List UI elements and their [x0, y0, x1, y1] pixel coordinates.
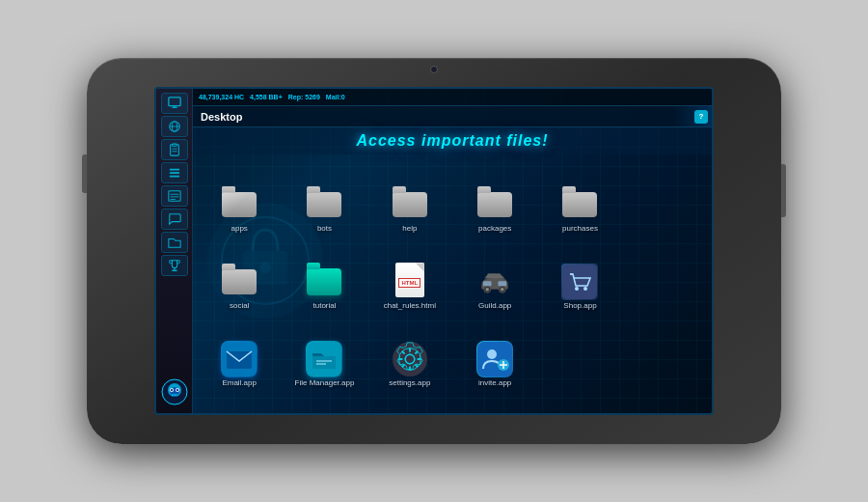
item-guild[interactable]: Guild.app [452, 239, 537, 317]
status-bar: 48,739,324 HC 4,558 BB+ Rep: 5269 Mail:0 [193, 89, 712, 106]
phone-screen: 48,739,324 HC 4,558 BB+ Rep: 5269 Mail:0… [154, 87, 714, 415]
settings-label: settings.app [389, 378, 430, 388]
sidebar [156, 89, 193, 413]
sidebar-item-monitor[interactable] [161, 93, 188, 114]
svg-rect-10 [169, 169, 179, 171]
title-bar: Desktop ? [193, 106, 712, 127]
item-empty-4 [623, 317, 708, 394]
user-avatar[interactable] [161, 378, 188, 405]
packages-label: packages [478, 224, 511, 234]
apps-label: apps [231, 224, 247, 234]
svg-point-57 [487, 349, 497, 359]
svg-rect-12 [169, 176, 179, 178]
guild-label: Guild.app [478, 301, 511, 311]
tutorial-label: tutorial [312, 301, 336, 311]
item-shop[interactable]: Shop.app [537, 239, 622, 317]
item-invite[interactable]: invite.app [452, 317, 537, 394]
help-button[interactable]: ? [694, 110, 708, 124]
sidebar-item-bars[interactable] [161, 162, 188, 183]
sidebar-item-text[interactable] [161, 185, 188, 207]
main-content: apps bots help [193, 154, 712, 413]
rep-value: Rep: 5269 [288, 94, 320, 100]
sidebar-item-clipboard[interactable] [161, 139, 188, 160]
shop-label: Shop.app [563, 301, 596, 311]
desktop-grid: apps bots help [197, 162, 708, 405]
svg-point-30 [486, 288, 489, 291]
bb-value: 4,558 BB+ [250, 94, 283, 100]
item-filemanager[interactable]: File Manager.app [282, 317, 366, 394]
item-social[interactable]: social [197, 239, 282, 317]
svg-rect-34 [499, 282, 507, 287]
help-label: help [402, 224, 417, 234]
svg-rect-11 [169, 172, 179, 174]
item-packages[interactable]: packages [452, 162, 537, 239]
mail-value: Mail:0 [326, 94, 345, 100]
item-empty-1 [623, 162, 708, 239]
chat-rules-label: chat_rules.html [384, 301, 436, 311]
volume-button[interactable] [82, 154, 87, 193]
svg-point-24 [176, 389, 178, 391]
item-help[interactable]: help [367, 162, 452, 239]
banner-text: Access important files! [356, 132, 548, 150]
svg-point-36 [575, 287, 579, 291]
item-apps[interactable]: apps [197, 162, 282, 239]
social-label: social [230, 301, 249, 311]
svg-rect-0 [168, 98, 179, 106]
sidebar-item-globe[interactable] [161, 116, 188, 137]
bots-label: bots [317, 224, 332, 234]
svg-point-37 [583, 287, 587, 291]
svg-rect-56 [477, 342, 512, 376]
sidebar-item-trophy[interactable] [161, 255, 188, 276]
desktop-title: Desktop [201, 111, 242, 123]
svg-point-23 [171, 389, 173, 391]
item-empty-3 [537, 317, 622, 394]
hc-value: 48,739,324 HC [199, 94, 244, 100]
item-tutorial[interactable]: tutorial [282, 239, 366, 317]
sidebar-item-chat[interactable] [161, 209, 188, 230]
power-button[interactable] [781, 164, 786, 217]
item-settings[interactable]: settings.app [367, 317, 452, 394]
filemanager-label: File Manager.app [295, 378, 355, 388]
item-purchases[interactable]: purchases [537, 162, 622, 239]
email-label: Email.app [222, 378, 257, 388]
item-chat-rules[interactable]: HTML chat_rules.html [367, 239, 452, 317]
banner: Access important files! [193, 127, 712, 154]
phone-device: 48,739,324 HC 4,558 BB+ Rep: 5269 Mail:0… [87, 58, 781, 444]
invite-label: invite.app [478, 378, 511, 388]
item-email[interactable]: Email.app [197, 317, 282, 394]
item-bots[interactable]: bots [282, 162, 366, 239]
svg-point-32 [501, 288, 503, 291]
svg-rect-33 [483, 282, 492, 287]
svg-rect-35 [562, 265, 597, 299]
sidebar-item-folder[interactable] [161, 232, 188, 253]
item-empty-2 [623, 239, 708, 317]
phone-camera [430, 66, 438, 73]
purchases-label: purchases [562, 224, 598, 234]
